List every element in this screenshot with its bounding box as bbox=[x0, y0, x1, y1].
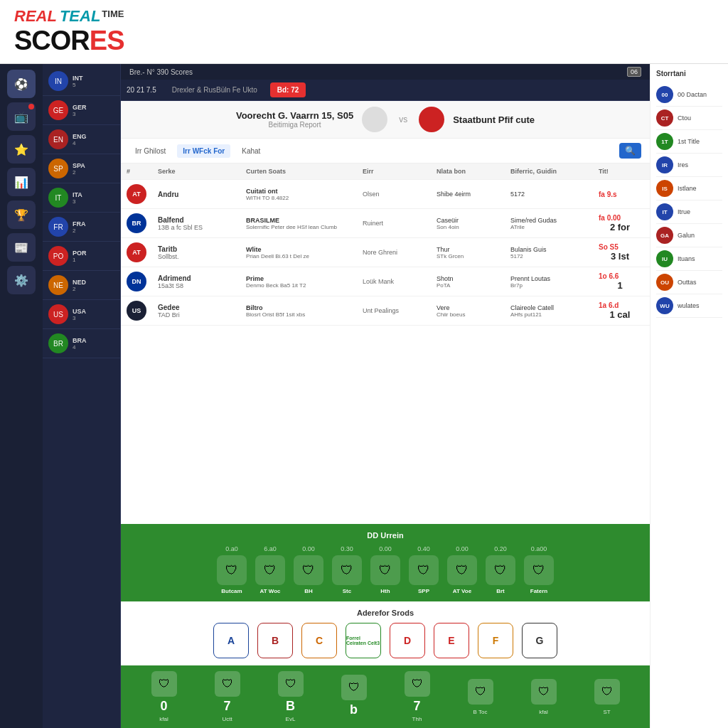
league-count: 3 bbox=[73, 315, 114, 321]
sidebar-home-icon[interactable]: ⚽ bbox=[7, 70, 36, 98]
score-footer: 🛡 0 kfal 🛡 7 Uctt 🛡 B EvL 🛡 b 🛡 7 Thh 🛡 … bbox=[121, 665, 650, 728]
league-name: INT bbox=[73, 75, 114, 82]
league-item[interactable]: PO POR 1 bbox=[43, 242, 120, 271]
featured-teams: Voorecht G. Vaarrn 15, S05 Beitimiga Rep… bbox=[132, 107, 638, 132]
footer-score-item: 🛡 B EvL bbox=[278, 671, 304, 722]
team-logo: US bbox=[127, 301, 146, 321]
table-row[interactable]: DN Adrimend 15a3t S8 Prime Denmo Beck Ba… bbox=[121, 267, 650, 296]
app-header: REAL TEAL TIME SCORES bbox=[0, 0, 728, 64]
league-panel: IN INT 5 GE GER 3 EN ENG 4 SP SPA 2 IT I… bbox=[43, 64, 121, 728]
rs-logo: 1T bbox=[656, 133, 673, 150]
search-button[interactable]: 🔍 bbox=[619, 143, 641, 159]
right-sidebar-item[interactable]: IU Ituans bbox=[656, 247, 722, 271]
right-sidebar-item[interactable]: 00 00 Dactan bbox=[656, 83, 722, 107]
team-logo: AT bbox=[127, 242, 146, 262]
logo-time: TIME bbox=[102, 9, 124, 19]
teams-section: DD Urrein 0.a0 🛡 Butcam 6.a0 🛡 AT Woc 0.… bbox=[121, 524, 650, 601]
footer-score: 7 bbox=[223, 699, 230, 714]
league-item[interactable]: US USA 3 bbox=[43, 300, 120, 329]
right-sidebar-item[interactable]: WU wulates bbox=[656, 294, 722, 318]
team-card-name: AT Voe bbox=[453, 588, 471, 594]
right-sidebar-item[interactable]: IS Istlane bbox=[656, 177, 722, 200]
team-card-name: AT Woc bbox=[259, 588, 280, 594]
right-sidebar-item[interactable]: IR Ires bbox=[656, 154, 722, 177]
league-logo: IN bbox=[48, 71, 68, 91]
sidebar-chart-icon[interactable]: 📊 bbox=[7, 168, 36, 196]
match-table-header: # Serke Curten Soats Eirr Nlata bon Bife… bbox=[121, 164, 650, 180]
team-card-name: BH bbox=[304, 588, 313, 594]
team-label: 0.00 bbox=[456, 545, 469, 552]
team-card[interactable]: 0.00 🛡 BH bbox=[294, 545, 323, 594]
footer-score: 7 bbox=[413, 699, 420, 714]
match-team-cell: Taritb Sollbst. bbox=[158, 245, 243, 260]
league-item[interactable]: NE NED 2 bbox=[43, 271, 120, 300]
table-row[interactable]: BR Balfend 13B a fc Sbl ES BRASILME Sole… bbox=[121, 209, 650, 238]
filter-tab-2[interactable]: Kahat bbox=[236, 144, 266, 158]
right-sidebar-item[interactable]: OU Outtas bbox=[656, 271, 722, 294]
team-card[interactable]: 0.a00 🛡 Fatern bbox=[524, 545, 554, 594]
team-card[interactable]: 0.20 🛡 Brt bbox=[486, 545, 515, 594]
league-item[interactable]: SP SPA 2 bbox=[43, 154, 120, 183]
match-stat2: Thur STk Grcen bbox=[437, 246, 508, 259]
match-stat3: 5172 bbox=[510, 191, 596, 198]
league-item[interactable]: IT ITA 3 bbox=[43, 183, 120, 213]
nav-tab-main[interactable]: Drexler & RusBüln Fe Ukto bbox=[165, 82, 264, 97]
footer-score: b bbox=[350, 702, 358, 717]
league-logo: SP bbox=[48, 159, 68, 178]
battery-indicator: 06 bbox=[627, 67, 641, 77]
footer-score-item: 🛡 B Toc bbox=[468, 679, 493, 715]
match-stat1: Olsen bbox=[363, 191, 434, 198]
logo-scores-main: SCORES bbox=[14, 26, 124, 55]
footer-team-name: B Toc bbox=[473, 709, 488, 715]
nav-tabs: 20 21 7.5 Drexler & RusBüln Fe Ukto Bd: … bbox=[121, 80, 650, 101]
team-card[interactable]: 0.a0 🛡 Butcam bbox=[217, 545, 247, 594]
league-item[interactable]: BR BRA 4 bbox=[43, 329, 120, 358]
sidebar-trophy-icon[interactable]: 🏆 bbox=[7, 200, 36, 229]
league-logo: US bbox=[48, 304, 68, 324]
match-stat3: Prennt Loutas Br7p bbox=[510, 275, 596, 289]
sidebar-star-icon[interactable]: ⭐ bbox=[7, 135, 36, 164]
table-row[interactable]: AT Taritb Sollbst. Wlite Prian Deell Bi.… bbox=[121, 238, 650, 267]
sidebar-news-icon[interactable]: 📰 bbox=[7, 233, 36, 262]
right-sidebar-item[interactable]: GA Galun bbox=[656, 224, 722, 247]
footer-team-name: ST bbox=[603, 709, 610, 715]
filter-tab-1[interactable]: Irr WFck For bbox=[177, 144, 230, 158]
featured-sub: Beitimiga Report bbox=[236, 121, 353, 129]
logo-teal: TEAL bbox=[60, 7, 100, 26]
team-card-logo: 🛡 bbox=[255, 555, 285, 585]
nav-tab-score[interactable]: Bd: 72 bbox=[270, 82, 306, 97]
league-logo: GE bbox=[48, 100, 68, 120]
team-card[interactable]: 0.00 🛡 AT Voe bbox=[447, 545, 477, 594]
right-sidebar-item[interactable]: 1T 1st Title bbox=[656, 130, 722, 154]
match-logo-cell: BR bbox=[127, 213, 155, 233]
team-card[interactable]: 0.00 🛡 Hth bbox=[370, 545, 400, 594]
filter-tab-0[interactable]: Irr Ghilost bbox=[129, 144, 171, 158]
team-card[interactable]: 0.40 🛡 SPP bbox=[409, 545, 439, 594]
league-item[interactable]: FR FRA 2 bbox=[43, 213, 120, 242]
table-row[interactable]: AT Andru Cuitati ont WITH TO 8.4822 Olse… bbox=[121, 180, 650, 209]
league-name: POR bbox=[73, 250, 114, 257]
team-card-name: Brt bbox=[496, 588, 505, 594]
team-card[interactable]: 6.a0 🛡 AT Woc bbox=[255, 545, 285, 594]
team-card[interactable]: 0.30 🛡 Stc bbox=[332, 545, 362, 594]
team-card-logo: 🛡 bbox=[294, 555, 323, 585]
rs-label: 1st Title bbox=[678, 138, 700, 145]
right-sidebar-item[interactable]: CT Ctou bbox=[656, 107, 722, 130]
footer-score-item: 🛡 7 Uctt bbox=[215, 671, 240, 722]
sidebar-settings-icon[interactable]: ⚙️ bbox=[7, 266, 36, 294]
league-item[interactable]: EN ENG 4 bbox=[43, 125, 120, 154]
match-table: # Serke Curten Soats Eirr Nlata bon Bife… bbox=[121, 164, 650, 524]
advertiser-logo: E bbox=[434, 623, 469, 658]
right-sidebar-item[interactable]: IT Itrue bbox=[656, 200, 722, 224]
league-count: 5 bbox=[73, 82, 114, 88]
sidebar-live-icon[interactable]: 📺 bbox=[7, 102, 36, 131]
match-stat1: Unt Pealings bbox=[363, 307, 434, 314]
advertiser-logo: D bbox=[390, 623, 425, 658]
league-item[interactable]: GE GER 3 bbox=[43, 96, 120, 125]
header-curten: Curten Soats bbox=[246, 168, 360, 175]
league-item[interactable]: IN INT 5 bbox=[43, 67, 120, 96]
match-time-cell: fa 0.00 2 for bbox=[599, 214, 641, 232]
rs-label: 00 Dactan bbox=[678, 91, 707, 98]
table-row[interactable]: US Gedee TAD Bri Biltro Blosrt Orist B5f… bbox=[121, 296, 650, 326]
team-card-logo: 🛡 bbox=[486, 555, 515, 585]
